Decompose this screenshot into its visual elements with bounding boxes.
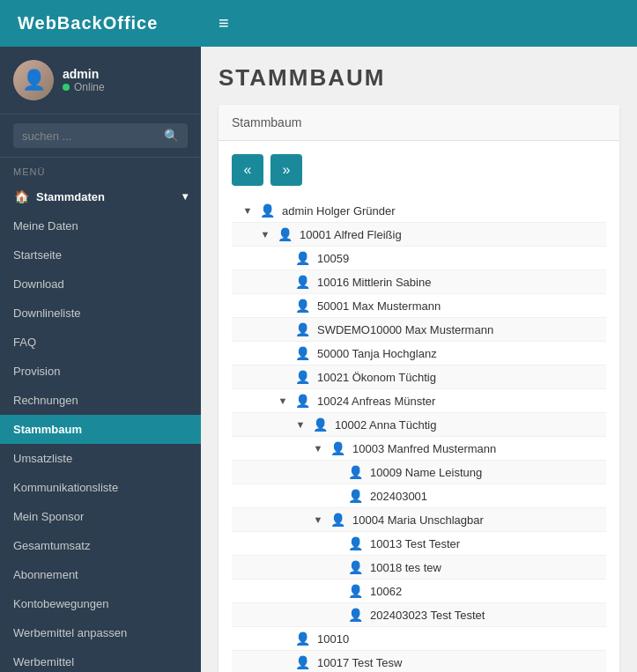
person-icon: 👤 — [348, 560, 363, 574]
tree-row[interactable]: 👤SWDEMO10000 Max Mustermann — [232, 318, 606, 342]
collapse-icon[interactable]: ▼ — [241, 204, 255, 217]
nav-label-download: Download — [13, 277, 64, 291]
sidebar-item-rechnungen[interactable]: Rechnungen — [0, 386, 201, 415]
tree-row[interactable]: 👤10017 Test Tesw — [232, 651, 606, 672]
leaf-icon — [276, 632, 290, 645]
collapse-icon[interactable]: ▼ — [258, 228, 272, 240]
tree-node-label: 10016 Mittlerin Sabine — [317, 276, 431, 289]
tree-node-label: 10004 Maria Unschlagbar — [352, 513, 484, 527]
tree-row[interactable]: 👤10018 tes tew — [232, 556, 606, 580]
search-section: 🔍 — [0, 114, 201, 158]
leaf-icon — [276, 299, 290, 312]
hamburger-icon[interactable]: ≡ — [219, 13, 229, 33]
tree-node-label: 10062 — [370, 585, 402, 598]
sidebar-item-meine-daten[interactable]: Meine Daten — [0, 211, 201, 240]
page-title: STAMMBAUM — [219, 64, 619, 92]
tree-row[interactable]: 👤50001 Max Mustermann — [232, 294, 606, 318]
search-icon[interactable]: 🔍 — [164, 129, 179, 143]
collapse-all-button[interactable]: « — [232, 154, 263, 186]
collapse-icon[interactable]: ▼ — [311, 442, 325, 454]
sidebar-item-abonnement[interactable]: Abonnement — [0, 560, 201, 589]
sidebar-item-gesamtumsatz[interactable]: Gesamtumsatz — [0, 531, 201, 560]
sidebar-item-startseite[interactable]: Startseite — [0, 240, 201, 270]
tree-node-label: 202403023 Test Testet — [370, 609, 485, 622]
sidebar-item-stammbaum[interactable]: Stammbaum — [0, 415, 201, 444]
person-icon: 👤 — [330, 441, 345, 455]
nav-label-kommunikationsliste: Kommunikationsliste — [13, 481, 118, 494]
leaf-icon — [329, 537, 343, 550]
tree-node-label: 50001 Max Mustermann — [317, 299, 441, 313]
tree-row[interactable]: 👤10059 — [232, 247, 606, 270]
tree-row[interactable]: ▼👤10024 Anfreas Münster — [232, 389, 606, 413]
sidebar-item-umsatzliste[interactable]: Umsatzliste — [0, 444, 201, 473]
nav-label-faq: FAQ — [13, 336, 36, 349]
tree-controls: « » — [232, 154, 606, 186]
leaf-icon — [276, 323, 290, 336]
sidebar-item-kommunikationsliste[interactable]: Kommunikationsliste — [0, 473, 201, 502]
tree-row[interactable]: 👤50000 Tanja Hochglanz — [232, 342, 606, 366]
card-header: Stammbaum — [219, 105, 619, 141]
user-status: Online — [63, 81, 105, 93]
sidebar-item-mein-sponsor[interactable]: Mein Sponsor — [0, 502, 201, 531]
sidebar-item-faq[interactable]: FAQ — [0, 328, 201, 357]
search-input[interactable] — [22, 129, 157, 143]
tree-row[interactable]: 👤202403001 — [232, 484, 606, 508]
person-icon: 👤 — [348, 536, 363, 550]
person-icon: 👤 — [348, 608, 363, 622]
sidebar-item-stammdaten[interactable]: 🏠 Stammdaten ▾ — [0, 181, 201, 211]
person-icon: 👤 — [295, 346, 310, 360]
tree-row[interactable]: ▼👤10001 Alfred Fleißig — [232, 223, 606, 247]
leaf-icon — [329, 490, 343, 502]
collapse-icon[interactable]: ▼ — [311, 513, 325, 526]
user-section: 👤 admin Online — [0, 47, 201, 114]
tree-node-label: 10010 — [317, 632, 349, 646]
tree-row[interactable]: 👤10013 Test Tester — [232, 532, 606, 556]
tree-row[interactable]: 👤202403023 Test Testet — [232, 603, 606, 627]
nav-label-umsatzliste: Umsatzliste — [13, 452, 72, 465]
tree-row[interactable]: ▼👤10003 Manfred Mustermann — [232, 437, 606, 461]
person-icon: 👤 — [348, 489, 363, 503]
person-icon: 👤 — [295, 394, 310, 408]
tree-row[interactable]: ▼👤admin Holger Gründer — [232, 199, 606, 223]
tree-row[interactable]: 👤10010 — [232, 627, 606, 651]
tree-node-label: 10021 Ökonom Tüchtig — [317, 371, 436, 384]
person-icon: 👤 — [295, 251, 310, 265]
sidebar-item-downlineliste[interactable]: Downlineliste — [0, 299, 201, 328]
status-dot — [63, 84, 70, 91]
leaf-icon — [276, 656, 290, 668]
sidebar-item-provision[interactable]: Provision — [0, 357, 201, 386]
nav-label-meine-daten: Meine Daten — [13, 219, 78, 233]
tree-row[interactable]: 👤10062 — [232, 580, 606, 603]
collapse-icon[interactable]: ▼ — [276, 395, 290, 407]
tree-node-label: 10018 tes tew — [370, 561, 441, 574]
search-box: 🔍 — [13, 123, 188, 148]
tree-row[interactable]: 👤10009 Name Leistung — [232, 461, 606, 484]
leaf-icon — [329, 585, 343, 597]
leaf-icon — [329, 466, 343, 478]
sidebar-item-download[interactable]: Download — [0, 270, 201, 299]
card-body: « » ▼👤admin Holger Gründer▼👤10001 Alfred… — [219, 141, 619, 672]
leaf-icon — [329, 561, 343, 573]
sidebar-item-werbemittel[interactable]: Werbemittel — [0, 647, 201, 672]
person-icon: 👤 — [348, 465, 363, 479]
menu-label: Menü — [0, 158, 201, 181]
tree-row[interactable]: 👤10016 Mittlerin Sabine — [232, 270, 606, 294]
tree-row[interactable]: ▼👤10002 Anna Tüchtig — [232, 413, 606, 437]
nav-label-stammdaten: Stammdaten — [36, 190, 105, 203]
person-icon: 👤 — [330, 513, 345, 527]
username: admin — [63, 67, 105, 81]
sidebar-item-kontobewegungen[interactable]: Kontobewegungen — [0, 589, 201, 618]
collapse-icon[interactable]: ▼ — [293, 418, 307, 431]
expand-all-button[interactable]: » — [270, 154, 302, 186]
sidebar-item-werbemittel-anpassen[interactable]: Werbemittel anpassen — [0, 618, 201, 647]
leaf-icon — [276, 276, 290, 288]
tree-row[interactable]: 👤10021 Ökonom Tüchtig — [232, 366, 606, 389]
person-icon: 👤 — [313, 417, 328, 432]
main-area: ≡ STAMMBAUM Stammbaum « » ▼👤admin Holger… — [201, 0, 637, 672]
tree-node-label: 50000 Tanja Hochglanz — [317, 347, 437, 360]
nav-label-stammbaum: Stammbaum — [13, 423, 82, 436]
page-area: STAMMBAUM Stammbaum « » ▼👤admin Holger G… — [201, 47, 637, 672]
avatar: 👤 — [13, 60, 54, 100]
nav-label-startseite: Startseite — [13, 248, 62, 262]
tree-row[interactable]: ▼👤10004 Maria Unschlagbar — [232, 508, 606, 532]
